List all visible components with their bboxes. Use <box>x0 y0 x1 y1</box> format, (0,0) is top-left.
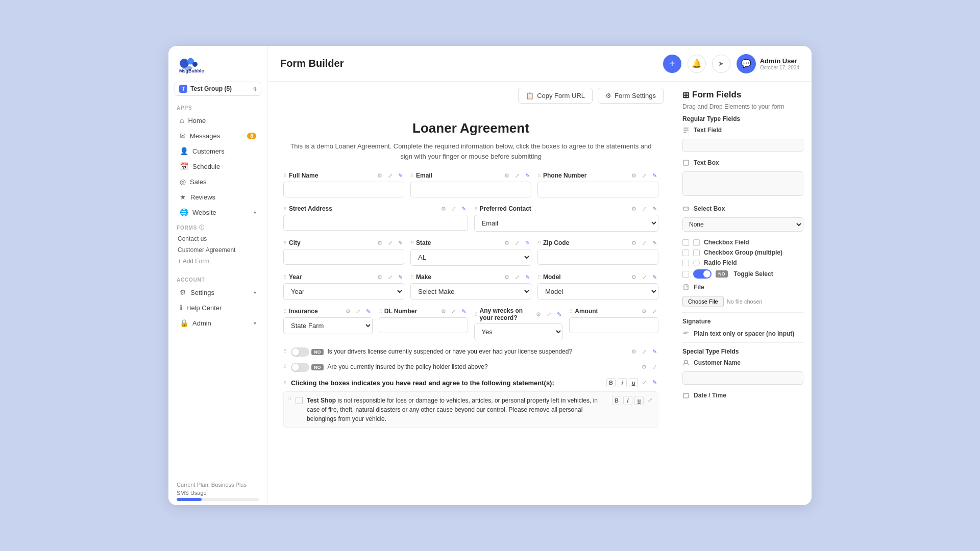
settings-field-icon[interactable]: ⚙ <box>534 310 543 318</box>
drag-handle[interactable]: ⠿ <box>474 312 478 317</box>
settings-field-icon[interactable]: ⚙ <box>640 307 648 315</box>
drag-handle[interactable]: ⠿ <box>537 274 541 280</box>
panel-text-field[interactable]: Text Field <box>682 127 803 134</box>
drag-handle[interactable]: ⠿ <box>283 363 287 369</box>
panel-text-box[interactable]: Text Box <box>682 159 803 166</box>
sidebar-form-item-customer[interactable]: Customer Agreement <box>177 244 259 256</box>
resize-field-icon[interactable]: ⤢ <box>640 239 648 247</box>
sidebar-item-schedule[interactable]: 📅 Schedule <box>172 159 264 174</box>
input-city[interactable] <box>283 249 404 265</box>
edit-field-icon[interactable]: ✎ <box>555 310 563 318</box>
settings-field-icon[interactable]: ⚙ <box>344 307 352 315</box>
sidebar-item-admin[interactable]: 🔒 Admin ▾ <box>172 315 264 331</box>
drag-handle[interactable]: ⠿ <box>379 309 382 314</box>
text-field-demo-input[interactable] <box>682 139 803 152</box>
settings-field-icon[interactable]: ⚙ <box>630 239 638 247</box>
panel-file-field[interactable]: File <box>682 284 803 291</box>
underline-button[interactable]: u <box>629 378 638 387</box>
settings-field-icon[interactable]: ⚙ <box>503 273 511 281</box>
resize-field-icon[interactable]: ⤢ <box>640 347 648 356</box>
add-button[interactable]: + <box>663 55 681 73</box>
resize-field-icon[interactable]: ⤢ <box>545 310 553 318</box>
resize-field-icon[interactable]: ⤢ <box>640 378 648 386</box>
drag-handle[interactable]: ⠿ <box>410 240 414 246</box>
panel-radio-field[interactable]: Radio Field <box>682 259 803 266</box>
settings-field-icon[interactable]: ⚙ <box>630 347 638 356</box>
input-phone[interactable] <box>537 182 658 197</box>
drag-handle[interactable]: ⠿ <box>283 309 287 314</box>
input-full-name[interactable] <box>283 182 404 197</box>
drag-handle[interactable]: ⠿ <box>283 347 287 354</box>
sidebar-item-help[interactable]: ℹ Help Center <box>172 300 264 315</box>
resize-field-icon[interactable]: ⤢ <box>650 307 658 315</box>
input-dl[interactable] <box>379 317 468 333</box>
select-preferred-contact[interactable]: Email <box>474 215 659 232</box>
panel-checkbox-field[interactable]: Checkbox Field <box>682 239 803 246</box>
settings-field-icon[interactable]: ⚙ <box>503 171 511 180</box>
drag-handle[interactable]: ⠿ <box>410 173 414 179</box>
resize-field-icon[interactable]: ⤢ <box>513 171 521 180</box>
edit-field-icon[interactable]: ✎ <box>364 307 373 315</box>
drag-handle[interactable]: ⠿ <box>569 309 573 314</box>
toggle-switch-2[interactable]: NO <box>291 363 324 372</box>
toggle-bg-1[interactable] <box>291 347 309 357</box>
panel-toggle-select[interactable]: NO Toggle Select <box>682 269 803 279</box>
sidebar-item-customers[interactable]: 👤 Customers <box>172 143 264 159</box>
edit-field-icon[interactable]: ✎ <box>650 378 658 386</box>
resize-field-icon[interactable]: ⤢ <box>450 307 458 315</box>
panel-checkbox-group[interactable]: Checkbox Group (multiple) <box>682 249 803 256</box>
settings-field-icon[interactable]: ⚙ <box>630 171 638 180</box>
drag-handle[interactable]: ⠿ <box>283 240 287 246</box>
edit-field-icon[interactable]: ✎ <box>650 347 658 356</box>
resize-field-icon[interactable]: ⤢ <box>386 273 394 281</box>
settings-field-icon[interactable]: ⚙ <box>376 273 384 281</box>
panel-signature[interactable]: Signature <box>682 318 803 325</box>
drag-handle[interactable]: ⠿ <box>474 206 478 212</box>
resize-field-icon[interactable]: ⤢ <box>640 273 648 281</box>
resize-field-icon[interactable]: ⤢ <box>646 396 654 404</box>
panel-select-box[interactable]: Select Box <box>682 205 803 212</box>
edit-field-icon[interactable]: ✎ <box>396 273 404 281</box>
drag-handle[interactable]: ⠿ <box>283 173 287 179</box>
sidebar-item-sales[interactable]: ◎ Sales <box>172 174 264 189</box>
select-state[interactable]: AL <box>410 249 531 266</box>
text-box-demo-input[interactable] <box>682 171 803 196</box>
settings-field-icon[interactable]: ⚙ <box>640 363 648 371</box>
input-email[interactable] <box>410 182 531 197</box>
edit-field-icon[interactable]: ✎ <box>396 171 404 180</box>
drag-handle[interactable]: ⠿ <box>537 240 541 246</box>
settings-field-icon[interactable]: ⚙ <box>376 239 384 247</box>
select-wrecks[interactable]: Yes <box>474 323 564 340</box>
resize-field-icon[interactable]: ⤢ <box>640 205 648 213</box>
toggle-bg-2[interactable] <box>291 363 309 372</box>
edit-field-icon[interactable]: ✎ <box>396 239 404 247</box>
group-selector[interactable]: T Test Group (5) ⇅ <box>175 82 261 96</box>
underline-button[interactable]: u <box>634 396 644 405</box>
input-amount[interactable] <box>569 317 658 333</box>
choose-file-button[interactable]: Choose File <box>682 296 724 307</box>
form-settings-button[interactable]: ⚙ Form Settings <box>598 88 664 104</box>
resize-field-icon[interactable]: ⤢ <box>650 363 658 371</box>
customer-name-demo-input[interactable] <box>682 371 803 385</box>
notifications-button[interactable]: 🔔 <box>688 55 706 73</box>
edit-field-icon[interactable]: ✎ <box>650 205 658 213</box>
select-make[interactable]: Select Make <box>410 283 531 300</box>
copy-form-url-button[interactable]: 📋 Copy Form URL <box>518 88 593 104</box>
settings-field-icon[interactable]: ⚙ <box>439 307 448 315</box>
bold-button[interactable]: B <box>612 396 621 405</box>
sidebar-item-website[interactable]: 🌐 Website ▾ <box>172 205 264 220</box>
resize-field-icon[interactable]: ⤢ <box>386 171 394 180</box>
statement-checkbox[interactable] <box>296 397 303 404</box>
select-insurance[interactable]: State Farm <box>283 317 373 334</box>
resize-field-icon[interactable]: ⤢ <box>354 307 362 315</box>
edit-field-icon[interactable]: ✎ <box>650 171 658 180</box>
input-zip[interactable] <box>537 249 658 265</box>
resize-field-icon[interactable]: ⤢ <box>640 171 648 180</box>
italic-button[interactable]: i <box>618 378 627 387</box>
input-street[interactable] <box>283 215 468 231</box>
drag-handle[interactable]: ⠿ <box>288 396 291 402</box>
sidebar-item-settings[interactable]: ⚙ Settings ▾ <box>172 285 264 300</box>
resize-field-icon[interactable]: ⤢ <box>513 273 521 281</box>
panel-plain-text[interactable]: Plain text only or spacer (no input) <box>682 330 803 337</box>
sidebar-item-home[interactable]: ⌂ Home <box>172 113 264 128</box>
